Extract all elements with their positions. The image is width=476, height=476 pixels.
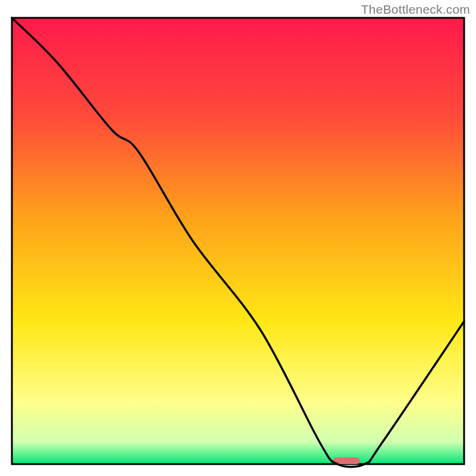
gradient-background	[12, 18, 464, 464]
bottleneck-chart	[0, 0, 476, 476]
